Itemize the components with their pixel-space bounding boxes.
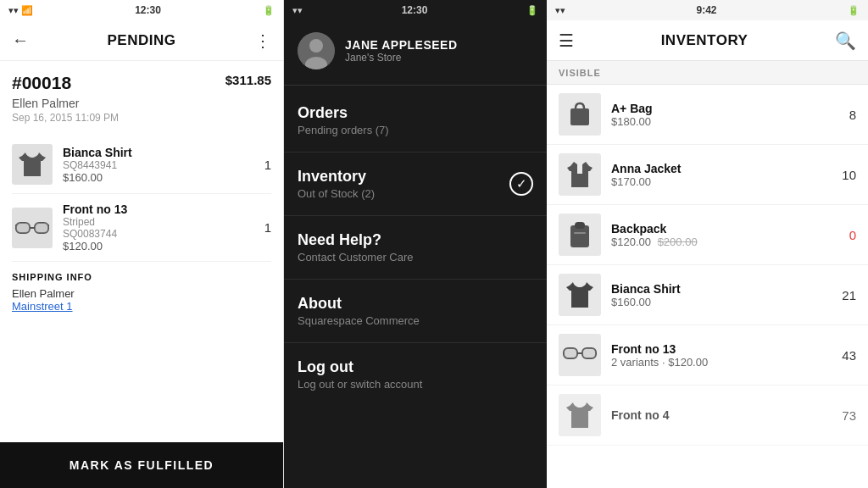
inv-item-price-backpack: $120.00 $200.00 bbox=[611, 236, 843, 248]
menu-item-logout[interactable]: Log out Log out or switch account bbox=[284, 347, 547, 402]
inv-item-front13-inv[interactable]: Front no 13 2 variants · $120.00 43 bbox=[547, 325, 868, 385]
menu-username: JANE APPLESEED bbox=[345, 38, 458, 52]
order-date: Sep 16, 2015 11:09 PM bbox=[12, 112, 271, 124]
battery-icon: 🔋 bbox=[263, 5, 275, 16]
menu-about-label: About bbox=[298, 295, 533, 313]
item-sku-bianca: SQ8443941 bbox=[63, 159, 256, 171]
status-bar-time-menu: 12:30 bbox=[402, 4, 428, 16]
item-name-bianca: Bianca Shirt bbox=[63, 146, 256, 159]
shipping-title: SHIPPING INFO bbox=[12, 272, 271, 282]
order-detail-panel: ▾▾ 📶 12:30 🔋 ← PENDING ⋮ #00018 $311.85 … bbox=[0, 0, 284, 488]
menu-inventory-label: Inventory bbox=[298, 168, 533, 186]
user-avatar bbox=[298, 32, 335, 69]
inv-item-annajacket[interactable]: Anna Jacket $170.00 10 bbox=[547, 145, 868, 205]
inv-item-qty-front13-inv: 43 bbox=[842, 348, 856, 363]
status-bar-left: ▾▾ 📶 bbox=[8, 5, 33, 16]
inventory-subheader-label: VISIBLE bbox=[559, 68, 601, 78]
status-bar-inventory: ▾▾ 9:42 🔋 bbox=[547, 0, 868, 20]
order-item-front13: Front no 13 Striped SQ0083744 $120.00 1 bbox=[12, 194, 271, 262]
status-bar-menu: ▾▾ 12:30 🔋 bbox=[284, 0, 547, 20]
menu-about-sub: Squarespace Commerce bbox=[298, 314, 533, 327]
menu-item-about[interactable]: About Squarespace Commerce bbox=[284, 283, 547, 339]
inv-item-img-front13-inv bbox=[559, 334, 601, 376]
menu-hamburger-icon[interactable]: ☰ bbox=[559, 30, 574, 51]
shipping-section: SHIPPING INFO Ellen Palmer Mainstreet 1 bbox=[12, 272, 271, 313]
order-item-bianca: Bianca Shirt SQ8443941 $160.00 1 bbox=[12, 136, 271, 194]
battery-icon-menu: 🔋 bbox=[526, 5, 538, 16]
inv-item-img-backpack bbox=[559, 214, 601, 256]
order-header: #00018 $311.85 bbox=[12, 73, 271, 93]
signal-icon: ▾▾ bbox=[8, 5, 19, 16]
inv-item-qty-backpack: 0 bbox=[849, 228, 856, 242]
menu-inventory-sub: Out of Stock (2) bbox=[298, 187, 533, 200]
inventory-title: INVENTORY bbox=[661, 32, 748, 49]
menu-logout-label: Log out bbox=[298, 358, 533, 376]
inv-item-price-annajacket: $170.00 bbox=[611, 175, 835, 188]
drawer-menu-panel: ▾▾ 12:30 🔋 JANE APPLESEED Jane's Store O… bbox=[284, 0, 547, 488]
inventory-list: A+ Bag $180.00 8 Anna Jacket $170.00 10 bbox=[547, 85, 868, 488]
bag-icon bbox=[564, 98, 596, 130]
status-bar-time: 12:30 bbox=[135, 4, 161, 16]
svg-rect-5 bbox=[16, 223, 30, 233]
inventory-subheader: VISIBLE bbox=[547, 61, 868, 85]
inv-item-aplusbag[interactable]: A+ Bag $180.00 8 bbox=[547, 85, 868, 145]
fulfill-button[interactable]: MARK AS FULFILLED bbox=[0, 442, 283, 488]
status-bar-right: 🔋 bbox=[263, 5, 275, 16]
order-item-details-bianca: Bianca Shirt SQ8443941 $160.00 bbox=[63, 146, 256, 184]
inv-item-biancashirt[interactable]: Bianca Shirt $160.00 21 bbox=[547, 265, 868, 325]
svg-rect-18 bbox=[582, 348, 596, 358]
menu-item-help[interactable]: Need Help? Contact Customer Care bbox=[284, 219, 547, 275]
svg-rect-6 bbox=[35, 223, 48, 233]
sunglasses-inv-icon bbox=[563, 347, 597, 363]
inventory-panel: ▾▾ 9:42 🔋 ☰ INVENTORY 🔍 VISIBLE A+ Bag $… bbox=[547, 0, 868, 488]
inv-item-price-front13-inv: 2 variants · $120.00 bbox=[611, 356, 835, 369]
order-screen-title: PENDING bbox=[108, 32, 176, 49]
menu-help-label: Need Help? bbox=[298, 231, 533, 249]
menu-store: Jane's Store bbox=[345, 52, 458, 64]
inv-item-name-front13-inv: Front no 13 bbox=[611, 342, 835, 356]
order-item-image-front13 bbox=[12, 208, 53, 248]
shipping-address[interactable]: Mainstreet 1 bbox=[12, 300, 271, 313]
battery-icon-inv: 🔋 bbox=[848, 5, 860, 16]
menu-orders-sub: Pending orders (7) bbox=[298, 124, 533, 136]
inv-item-qty-biancashirt: 21 bbox=[842, 288, 856, 302]
menu-divider-3 bbox=[284, 279, 547, 280]
menu-divider-2 bbox=[284, 215, 547, 216]
inv-item-name-biancashirt: Bianca Shirt bbox=[611, 282, 835, 296]
inv-item-front4[interactable]: Front no 4 73 bbox=[547, 385, 868, 446]
search-icon[interactable]: 🔍 bbox=[835, 30, 856, 51]
back-icon[interactable]: ← bbox=[12, 30, 29, 50]
item-qty-bianca: 1 bbox=[264, 158, 271, 172]
item-price-front13: $120.00 bbox=[63, 240, 256, 252]
item-price-bianca: $160.00 bbox=[63, 171, 256, 184]
menu-help-sub: Contact Customer Care bbox=[298, 251, 533, 263]
inv-item-details-aplusbag: A+ Bag $180.00 bbox=[611, 102, 843, 128]
inv-item-strike-backpack: $200.00 bbox=[658, 236, 698, 248]
inv-item-price-aplusbag: $180.00 bbox=[611, 115, 843, 128]
sb-menu-right: 🔋 bbox=[526, 5, 538, 16]
jacket-icon bbox=[564, 158, 596, 191]
menu-item-inventory[interactable]: Inventory Out of Stock (2) ✓ bbox=[284, 156, 547, 212]
inv-item-backpack[interactable]: Backpack $120.00 $200.00 0 bbox=[547, 205, 868, 265]
item-sku-front13: SQ0083744 bbox=[63, 228, 256, 240]
item-qty-front13: 1 bbox=[264, 220, 271, 235]
status-bar-order: ▾▾ 📶 12:30 🔋 bbox=[0, 0, 283, 20]
inv-item-name-backpack: Backpack bbox=[611, 222, 843, 236]
status-bar-time-inv: 9:42 bbox=[696, 4, 716, 16]
fulfill-label: MARK AS FULFILLED bbox=[70, 458, 214, 472]
svg-point-8 bbox=[309, 39, 323, 53]
inv-item-name-aplusbag: A+ Bag bbox=[611, 102, 843, 115]
item-name-front13: Front no 13 bbox=[63, 202, 256, 216]
svg-rect-10 bbox=[570, 108, 589, 125]
sb-menu-left: ▾▾ bbox=[292, 5, 303, 16]
inv-item-qty-aplusbag: 8 bbox=[849, 108, 856, 122]
more-options-icon[interactable]: ⋮ bbox=[254, 30, 271, 51]
inv-item-qty-front4: 73 bbox=[842, 408, 856, 423]
menu-orders-label: Orders bbox=[298, 104, 533, 122]
order-item-image-bianca bbox=[12, 144, 53, 185]
inv-item-details-backpack: Backpack $120.00 $200.00 bbox=[611, 222, 843, 248]
order-top-bar: ← PENDING ⋮ bbox=[0, 20, 283, 61]
menu-item-orders[interactable]: Orders Pending orders (7) bbox=[284, 92, 547, 148]
check-icon: ✓ bbox=[509, 172, 533, 196]
menu-divider-4 bbox=[284, 342, 547, 343]
